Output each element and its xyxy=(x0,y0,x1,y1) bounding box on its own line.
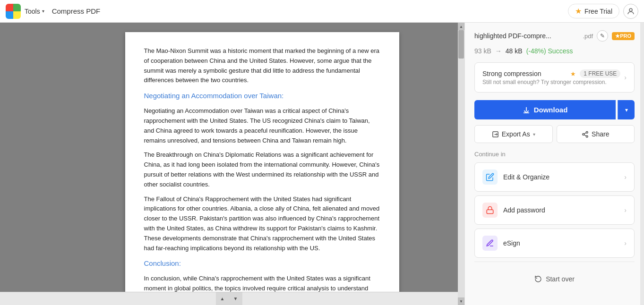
export-button[interactable]: Export As ▾ xyxy=(474,125,553,143)
esign-icon xyxy=(482,236,498,251)
free-use-badge: 1 FREE USE xyxy=(580,69,620,78)
continue-esign[interactable]: eSign › xyxy=(474,229,635,258)
size-savings: (-48%) Success xyxy=(526,47,573,55)
pdf-prev-btn[interactable]: ▲ xyxy=(216,292,229,305)
header: Tools ▾ Compress PDF ★ Free Trial xyxy=(0,0,644,23)
start-over-label: Start over xyxy=(546,275,575,283)
svg-point-3 xyxy=(583,133,584,135)
right-scrollbar[interactable] xyxy=(640,23,644,305)
edit-organize-label: Edit & Organize xyxy=(503,173,618,181)
svg-point-4 xyxy=(586,136,588,137)
logo-green xyxy=(13,4,21,11)
compression-header-row: Strong compression ★ 1 FREE USE xyxy=(482,69,620,78)
logo-blue xyxy=(6,11,13,19)
pdf-content-area[interactable]: The Mao-Nixon Summit was a historic mome… xyxy=(0,23,458,305)
scroll-thumb xyxy=(458,30,464,59)
start-over-divider xyxy=(474,262,635,262)
pro-badge: ★PRO xyxy=(612,32,635,40)
file-name: highlighted PDF-compre... xyxy=(474,32,579,40)
tools-chevron-icon: ▾ xyxy=(42,8,44,14)
star-icon: ★ xyxy=(575,7,582,16)
pdf-section2-title: Conclusion: xyxy=(144,258,380,269)
right-panel: highlighted PDF-compre... .pdf ✎ ★PRO 93… xyxy=(464,23,644,305)
logo-red xyxy=(6,4,13,11)
download-dropdown-icon: ▾ xyxy=(625,107,628,113)
free-trial-label: Free Trial xyxy=(584,8,612,15)
user-avatar[interactable] xyxy=(623,4,638,19)
file-ext: .pdf xyxy=(583,33,593,40)
action-row: Export As ▾ Share xyxy=(474,125,635,143)
add-password-label: Add password xyxy=(503,206,618,214)
edit-organize-icon xyxy=(482,169,498,185)
pdf-scrollbar[interactable]: ▲ ▼ xyxy=(458,23,464,305)
compression-star-icon: ★ xyxy=(570,70,576,77)
scroll-track xyxy=(458,30,464,297)
add-password-chevron-icon: › xyxy=(624,206,627,214)
compression-label: Strong compression xyxy=(482,70,567,77)
svg-point-0 xyxy=(629,8,632,11)
pdf-next-btn[interactable]: ▼ xyxy=(229,292,242,305)
edit-filename-button[interactable]: ✎ xyxy=(597,30,608,42)
download-button[interactable]: Download xyxy=(474,100,616,119)
svg-rect-5 xyxy=(487,210,493,213)
pdf-section1-body2: The Breakthrough on China's Diplomatic R… xyxy=(144,150,380,189)
file-info-row: highlighted PDF-compre... .pdf ✎ ★PRO xyxy=(474,30,635,42)
tools-label: Tools xyxy=(25,8,40,15)
continue-in-label: Continue in xyxy=(474,151,635,158)
esign-label: eSign xyxy=(503,239,618,247)
pdf-viewer-panel: The Mao-Nixon Summit was a historic mome… xyxy=(0,23,464,305)
download-button-row: Download ▾ xyxy=(474,100,635,119)
main-content: The Mao-Nixon Summit was a historic mome… xyxy=(0,23,644,305)
right-panel-content: highlighted PDF-compre... .pdf ✎ ★PRO 93… xyxy=(465,23,644,305)
download-label: Download xyxy=(534,106,568,114)
compression-chevron-icon: › xyxy=(624,74,627,81)
page-title: Compress PDF xyxy=(52,7,101,15)
logo-yellow xyxy=(13,11,21,19)
size-info-row: 93 kB → 48 kB (-48%) Success xyxy=(474,47,635,55)
compression-sub-text: Still not small enough? Try stronger com… xyxy=(482,79,620,85)
export-icon xyxy=(492,131,499,138)
pdf-page: The Mao-Nixon Summit was a historic mome… xyxy=(125,32,399,296)
pdf-intro-text: The Mao-Nixon Summit was a historic mome… xyxy=(144,46,380,85)
refresh-icon xyxy=(534,275,542,283)
export-chevron-icon: ▾ xyxy=(533,132,535,137)
share-button[interactable]: Share xyxy=(557,125,635,143)
esign-chevron-icon: › xyxy=(624,239,627,247)
compression-card[interactable]: Strong compression ★ 1 FREE USE Still no… xyxy=(474,62,635,93)
start-over-button[interactable]: Start over xyxy=(474,268,635,290)
pdf-nav-bar: ▲ ▼ xyxy=(0,292,458,305)
continue-add-password[interactable]: Add password › xyxy=(474,195,635,225)
pdf-section1-body3: The Fallout of China's Rapprochement wit… xyxy=(144,195,380,254)
size-before: 93 kB xyxy=(474,47,491,55)
svg-point-2 xyxy=(586,131,588,133)
continue-edit-organize[interactable]: Edit & Organize › xyxy=(474,162,635,192)
tools-menu[interactable]: Tools ▾ xyxy=(25,8,44,15)
free-trial-button[interactable]: ★ Free Trial xyxy=(568,4,619,18)
download-icon xyxy=(523,106,530,114)
share-icon xyxy=(582,131,589,138)
export-label: Export As xyxy=(502,130,530,138)
pdf-section1-title: Negotiating an Accommodation over Taiwan… xyxy=(144,90,380,102)
compression-card-inner: Strong compression ★ 1 FREE USE Still no… xyxy=(482,69,620,85)
scroll-up-btn[interactable]: ▲ xyxy=(458,23,464,30)
arrow-icon: → xyxy=(495,47,502,55)
add-password-icon xyxy=(482,203,498,218)
pdf-section1-body: Negotiating an Accommodation over Taiwan… xyxy=(144,106,380,145)
edit-organize-chevron-icon: › xyxy=(624,173,627,181)
size-after: 48 kB xyxy=(506,47,523,55)
app-logo xyxy=(6,4,21,19)
share-label: Share xyxy=(592,130,609,138)
download-chevron-button[interactable]: ▾ xyxy=(618,100,635,119)
scroll-down-btn[interactable]: ▼ xyxy=(458,297,464,305)
